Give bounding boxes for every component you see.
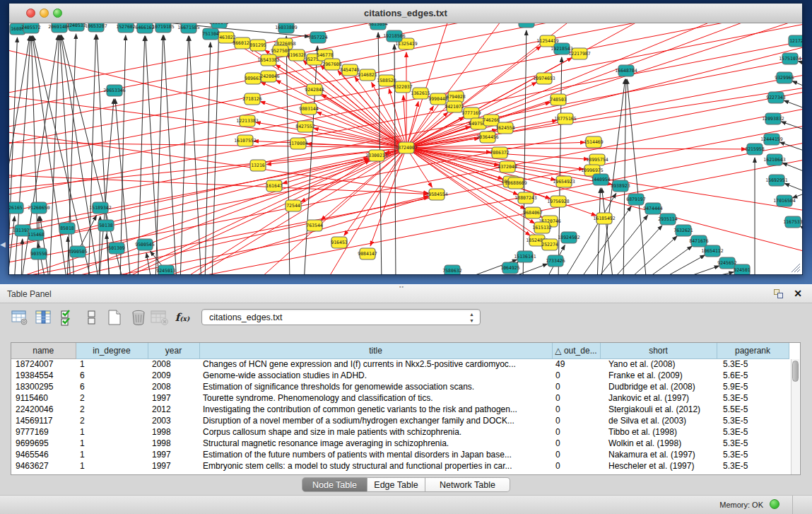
yellow-node[interactable]: 18995754 bbox=[586, 154, 608, 165]
teal-node[interactable]: 10653287 bbox=[85, 23, 107, 32]
teal-node[interactable]: 6813054 bbox=[517, 23, 536, 28]
table-cell[interactable]: 0 bbox=[552, 415, 600, 426]
tab-node-table[interactable]: Node Table bbox=[302, 477, 367, 492]
teal-node[interactable]: 12172 bbox=[789, 35, 802, 47]
float-panel-icon[interactable] bbox=[774, 289, 784, 299]
yellow-node[interactable]: 1362615 bbox=[411, 88, 430, 99]
teal-node[interactable]: 7580632 bbox=[442, 265, 461, 274]
node-table-grid[interactable]: namein_degreeyeartitle△ out_de...shortpa… bbox=[11, 343, 789, 472]
yellow-node[interactable]: 9777169 bbox=[461, 107, 481, 119]
yellow-node[interactable]: 19584554 bbox=[425, 189, 447, 200]
table-cell[interactable]: 5.6E-5 bbox=[717, 370, 789, 381]
teal-node[interactable]: 7632621 bbox=[673, 225, 693, 236]
teal-node[interactable]: 6879197 bbox=[626, 194, 645, 205]
table-cell[interactable]: Tibbo et al. (1998) bbox=[600, 426, 717, 438]
delete-icon[interactable] bbox=[129, 308, 148, 327]
yellow-node[interactable]: 8427552 bbox=[295, 121, 314, 132]
window-titlebar[interactable]: citations_edges.txt bbox=[9, 4, 802, 23]
table-row[interactable]: 1456911722003Disruption of a novel membe… bbox=[11, 415, 789, 426]
teal-node[interactable]: 26165 bbox=[9, 202, 23, 214]
yellow-node[interactable]: 3624554 bbox=[495, 122, 514, 134]
network-canvas[interactable]: 1872400774638228660128891295232260589527… bbox=[9, 23, 802, 274]
new-column-icon[interactable] bbox=[105, 308, 124, 327]
teal-node[interactable]: 18924502 bbox=[558, 232, 579, 243]
table-cell[interactable]: 5.3E-5 bbox=[717, 415, 789, 426]
yellow-node[interactable]: 8454749 bbox=[340, 64, 359, 76]
column-header[interactable]: short bbox=[600, 343, 717, 358]
yellow-node[interactable]: 1615132 bbox=[532, 222, 551, 233]
yellow-node[interactable]: 18775165 bbox=[554, 113, 576, 124]
table-cell[interactable]: 0 bbox=[552, 381, 600, 392]
teal-node[interactable]: 1240533 bbox=[66, 23, 86, 31]
table-cell[interactable]: 0 bbox=[552, 460, 600, 472]
memory-status-indicator[interactable] bbox=[770, 499, 779, 509]
table-cell[interactable]: 0 bbox=[552, 438, 600, 449]
teal-node[interactable]: 7857224 bbox=[308, 32, 327, 43]
table-cell[interactable]: 5.9E-5 bbox=[717, 381, 789, 392]
teal-node[interactable]: 9245013 bbox=[156, 265, 175, 274]
teal-node[interactable]: 10719185 bbox=[152, 23, 174, 33]
yellow-node[interactable]: 9146821 bbox=[358, 69, 377, 81]
column-header[interactable]: name bbox=[11, 343, 76, 358]
table-cell[interactable]: 0 bbox=[552, 426, 600, 438]
network-canvas-wrap[interactable]: 1872400774638228660128891295232260589527… bbox=[9, 23, 802, 274]
yellow-node[interactable]: 9242848 bbox=[305, 84, 324, 95]
table-select-combo[interactable]: citations_edges.txt ▲▼ bbox=[201, 309, 481, 325]
teal-node[interactable]: 16210643 bbox=[763, 154, 785, 165]
table-cell[interactable]: 6 bbox=[76, 370, 148, 381]
teal-node[interactable]: 751304 bbox=[202, 28, 219, 40]
column-header[interactable]: △ out_de... bbox=[552, 343, 600, 358]
teal-node[interactable]: 924501 bbox=[734, 264, 751, 274]
teal-node[interactable]: 9227343 bbox=[766, 92, 785, 103]
yellow-node[interactable]: 4372040 bbox=[498, 161, 517, 173]
table-cell[interactable]: 49 bbox=[552, 358, 600, 370]
table-row[interactable]: 1938455462009Genome-wide association stu… bbox=[11, 370, 789, 381]
table-cell[interactable]: 9115460 bbox=[11, 392, 76, 404]
column-header[interactable]: pagerank bbox=[717, 343, 789, 358]
table-cell[interactable]: 1 bbox=[76, 426, 148, 438]
teal-node[interactable]: 115468 bbox=[28, 229, 45, 240]
yellow-node[interactable]: 9990448 bbox=[428, 93, 447, 105]
teal-node[interactable]: 15692951 bbox=[765, 175, 787, 186]
teal-node[interactable]: 9329966 bbox=[775, 72, 794, 83]
table-cell[interactable]: 0 bbox=[552, 392, 600, 404]
table-cell[interactable]: 2009 bbox=[148, 370, 199, 381]
table-cell[interactable]: Yano et al. (2008) bbox=[600, 358, 717, 370]
teal-node[interactable]: 21260650 bbox=[28, 202, 49, 214]
table-cell[interactable]: Tourette syndrome. Phenomenology and cla… bbox=[199, 392, 552, 404]
teal-node[interactable]: 15136141 bbox=[514, 251, 536, 262]
table-cell[interactable]: 5.3E-5 bbox=[717, 392, 789, 404]
teal-node[interactable]: 9474444 bbox=[643, 203, 662, 214]
teal-node[interactable]: 85018 bbox=[59, 223, 75, 234]
yellow-node[interactable]: 7086372 bbox=[490, 147, 509, 158]
teal-node[interactable]: 19218506 bbox=[383, 30, 405, 42]
teal-node[interactable]: 501309 bbox=[108, 243, 125, 254]
yellow-node[interactable]: 12213383 bbox=[236, 115, 258, 127]
table-cell[interactable]: 5.3E-5 bbox=[717, 426, 789, 438]
splitpane-grip[interactable]: ▪▪ bbox=[399, 286, 409, 289]
yellow-node[interactable]: 20364456 bbox=[476, 132, 498, 143]
table-cell[interactable]: Stergiakouli et al. (2012) bbox=[600, 404, 717, 415]
table-scrollbar-thumb[interactable] bbox=[792, 361, 799, 382]
teal-node[interactable]: 16671585 bbox=[177, 23, 199, 33]
teal-node[interactable]: 20653346 bbox=[103, 85, 125, 96]
table-cell[interactable]: Embryonic stem cells: a model to study s… bbox=[199, 460, 552, 472]
resize-grip-icon[interactable] bbox=[792, 264, 800, 272]
row-mode-icon[interactable] bbox=[82, 308, 102, 327]
yellow-node[interactable]: 1170084 bbox=[288, 138, 307, 149]
function-icon[interactable]: f(x) bbox=[172, 308, 192, 327]
table-row[interactable]: 1830029562008Estimation of significance … bbox=[11, 381, 789, 392]
teal-node[interactable]: 8990505 bbox=[68, 246, 87, 257]
table-cell[interactable]: Corpus callosum shape and size in male p… bbox=[199, 426, 552, 438]
table-cell[interactable]: 2003 bbox=[148, 415, 199, 426]
sidebar-collapse-arrow[interactable]: ◀ bbox=[0, 240, 6, 248]
yellow-node[interactable]: 10974693 bbox=[533, 73, 555, 84]
teal-node[interactable]: 1064925 bbox=[500, 262, 519, 274]
table-cell[interactable]: 1 bbox=[76, 460, 148, 472]
teal-node[interactable]: 9500545 bbox=[135, 239, 154, 250]
table-cell[interactable]: 2 bbox=[76, 404, 148, 415]
yellow-node[interactable]: 23300213 bbox=[365, 150, 387, 161]
table-cell[interactable]: 2 bbox=[76, 392, 148, 404]
table-cell[interactable]: Dudbridge et al. (2008) bbox=[600, 381, 717, 392]
close-panel-icon[interactable]: ✕ bbox=[794, 288, 802, 299]
